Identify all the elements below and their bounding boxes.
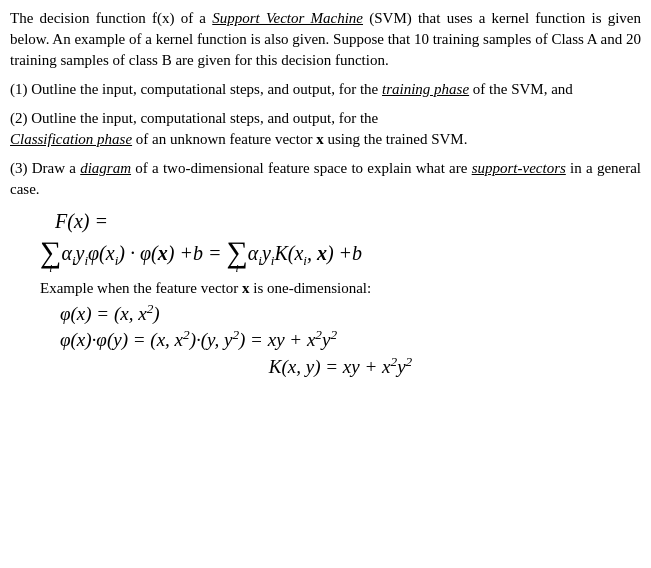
fx-label: F(x) = — [40, 210, 641, 233]
left-formula-part: αiyiφ(xi) · φ(x) +b = — [61, 242, 226, 269]
main-formula-line: ∑ i αiyiφ(xi) · φ(x) +b = ∑ i αiyiK(xi, … — [40, 237, 641, 274]
q2-text3: using the trained SVM. — [324, 131, 468, 147]
q2-text2: of an unknown feature vector — [132, 131, 316, 147]
svm-link: Support Vector Machine — [212, 10, 363, 26]
diagram-text: diagram — [80, 160, 131, 176]
math-section: F(x) = ∑ i αiyiφ(xi) · φ(x) +b = ∑ i αiy… — [40, 210, 641, 378]
right-sigma: ∑ i — [226, 237, 247, 274]
q1-text2: of the SVM, and — [469, 81, 573, 97]
right-formula-part: αiyiK(xi, x) +b — [248, 242, 362, 269]
q3-text2: of a two-dimensional feature space to ex… — [131, 160, 472, 176]
q3-label: (3) Draw a — [10, 160, 80, 176]
k-formula: K(x, y) = xy + x2y2 — [40, 354, 641, 378]
phi-formula2: φ(x)·φ(y) = (x, x2)·(y, y2) = xy + x2y2 — [60, 327, 641, 351]
q2-label: (2) Outline the input, computational ste… — [10, 110, 378, 126]
intro-paragraph: The decision function f(x) of a Support … — [10, 8, 641, 71]
main-content: The decision function f(x) of a Support … — [10, 8, 641, 378]
question2-paragraph: (2) Outline the input, computational ste… — [10, 108, 641, 150]
support-vectors-text: support-vectors — [472, 160, 566, 176]
q1-label: (1) Outline the input, computational ste… — [10, 81, 382, 97]
question1-paragraph: (1) Outline the input, computational ste… — [10, 79, 641, 100]
phi-formula1: φ(x) = (x, x2) — [60, 301, 641, 325]
question3-paragraph: (3) Draw a diagram of a two-dimensional … — [10, 158, 641, 200]
intro-text1: The decision function f(x) of a — [10, 10, 212, 26]
q2-x-bold: x — [316, 131, 324, 147]
training-phase-text: training phase — [382, 81, 469, 97]
example-text: Example when the feature vector x is one… — [40, 280, 641, 297]
left-sigma: ∑ i — [40, 237, 61, 274]
classification-phase-text: Classification phase — [10, 131, 132, 147]
